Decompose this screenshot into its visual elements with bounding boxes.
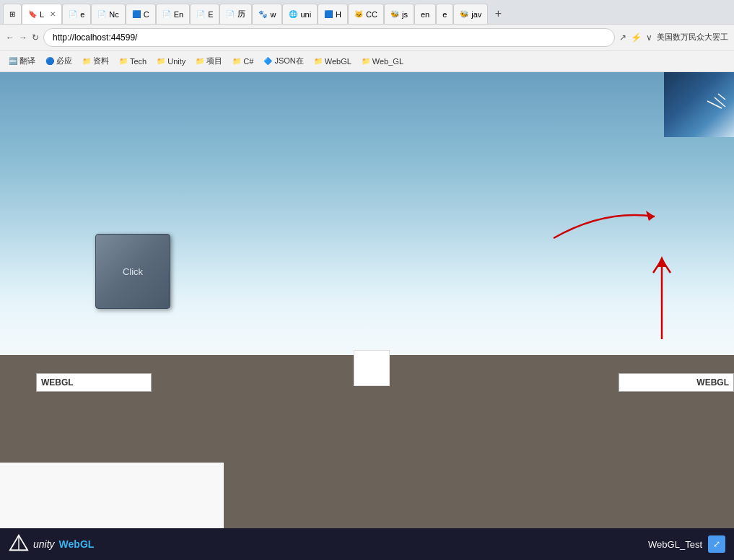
json-icon: 🔷: [263, 57, 272, 65]
bookmark-unity[interactable]: 📁 Unity: [152, 56, 190, 67]
tab-item-h[interactable]: 🟦 H: [318, 4, 348, 24]
webgl-label-right: WEBGL: [619, 373, 734, 392]
tab-item-hist[interactable]: 📄 历: [219, 4, 252, 24]
bookmark-translate-label: 翻译: [19, 56, 35, 66]
tab-c-label: C: [144, 10, 149, 19]
tab-active-icon: 🔖: [28, 10, 37, 18]
tab-hist-label: 历: [237, 9, 245, 19]
click-button-label: Click: [123, 266, 143, 277]
biying-icon: 🔵: [45, 57, 54, 65]
footer-bar: unity WebGL WebGL_Test ⤢: [0, 528, 734, 560]
tab-item-js[interactable]: 🐝 js: [384, 4, 414, 24]
tab-en-icon: 📄: [162, 10, 171, 18]
tab-item-en2[interactable]: en: [414, 4, 436, 24]
bookmark-unity-label: Unity: [167, 57, 185, 66]
unity-canvas[interactable]: Click: [0, 72, 734, 560]
nav-icons: ← → ↻: [6, 32, 39, 43]
tab-e-icon: 📄: [69, 10, 77, 18]
folder-ziliao-icon: 📁: [82, 57, 91, 65]
tab-item-uni[interactable]: 🌐 uni: [282, 4, 318, 24]
tab-item-grid[interactable]: ⊞: [3, 4, 22, 24]
tab-close-button[interactable]: ✕: [50, 10, 56, 18]
tab-item-w[interactable]: 🐾 w: [252, 4, 282, 24]
click-button[interactable]: Click: [95, 234, 170, 309]
tab-item-nc[interactable]: 📄 Nc: [91, 4, 125, 24]
tab-w-icon: 🐾: [258, 10, 267, 18]
tab-h-icon: 🟦: [324, 10, 333, 18]
bookmark-csharp[interactable]: 📁 C#: [228, 56, 258, 67]
tab-item-en[interactable]: 📄 En: [156, 4, 190, 24]
bookmark-ziliao[interactable]: 📁 资料: [78, 54, 113, 68]
forward-icon[interactable]: →: [19, 32, 27, 43]
bookmark-webgl2[interactable]: 📁 Web_GL: [357, 56, 408, 67]
refresh-icon[interactable]: ↻: [32, 32, 39, 43]
browser-frame: ⊞ 🔖 L ✕ 📄 e 📄 Nc 🟦 C 📄 En 📄 E 📄 历: [0, 0, 734, 560]
tab-h-label: H: [336, 10, 341, 19]
bookmark-tech-label: Tech: [130, 57, 147, 66]
folder-webgl2-icon: 📁: [362, 57, 370, 65]
tab-js-icon: 🐝: [390, 10, 399, 18]
tab-active-label: L: [40, 10, 44, 19]
bookmark-tech[interactable]: 📁 Tech: [115, 56, 151, 67]
tab-e-label: e: [80, 10, 84, 19]
unity-logo: unity WebGL: [9, 534, 94, 554]
folder-project-icon: 📁: [196, 57, 204, 65]
lightning-icon[interactable]: ⚡: [631, 32, 642, 43]
content-area: Click: [0, 72, 734, 560]
bookmark-biying-label: 必应: [56, 56, 72, 66]
bookmark-json[interactable]: 🔷 JSON在: [259, 54, 307, 68]
bookmark-ziliao-label: 资料: [93, 56, 109, 66]
webgl-label-left: WEBGL: [36, 373, 152, 392]
webgl-right-text: WEBGL: [696, 377, 729, 388]
tab-cc-label: CC: [366, 10, 377, 19]
tab-bar: ⊞ 🔖 L ✕ 📄 e 📄 Nc 🟦 C 📄 En 📄 E 📄 历: [0, 0, 734, 25]
unity-logo-icon: [9, 534, 29, 554]
tab-item-jav[interactable]: 🐝 jav: [453, 4, 488, 24]
bookmark-biying[interactable]: 🔵 必应: [41, 54, 77, 68]
tab-js-label: js: [402, 10, 408, 19]
preview-thumb-svg: [664, 72, 734, 137]
bookmark-project[interactable]: 📁 项目: [191, 54, 227, 68]
tab-trans-label: E: [208, 10, 213, 19]
tab-item-e[interactable]: 📄 e: [62, 4, 91, 24]
white-square-object: [354, 350, 390, 386]
tab-w-label: w: [270, 10, 276, 19]
tab-trans-icon: 📄: [196, 10, 205, 18]
back-icon[interactable]: ←: [6, 32, 14, 43]
share-icon[interactable]: ↗: [619, 32, 626, 43]
bookmark-webgl-label: WebGL: [325, 57, 351, 66]
bookmarks-bar: 🔤 翻译 🔵 必应 📁 资料 📁 Tech 📁 Unity 📁 项目 📁 C#: [0, 51, 734, 72]
tab-jav-label: jav: [471, 10, 481, 19]
tab-item-c[interactable]: 🟦 C: [126, 4, 156, 24]
bookmark-webgl2-label: Web_GL: [372, 57, 403, 66]
folder-tech-icon: 📁: [119, 57, 128, 65]
bookmark-webgl[interactable]: 📁 WebGL: [310, 56, 356, 67]
tab-item-e2[interactable]: e: [436, 4, 453, 24]
tab-new-button[interactable]: +: [488, 4, 508, 24]
tab-item-active[interactable]: 🔖 L ✕: [22, 4, 62, 24]
folder-unity-icon: 📁: [157, 57, 165, 65]
tab-grid-icon: ⊞: [9, 10, 15, 18]
tab-uni-icon: 🌐: [289, 10, 297, 18]
tab-jav-icon: 🐝: [460, 10, 468, 18]
address-input[interactable]: [43, 28, 615, 47]
tab-item-cc[interactable]: 🐱 CC: [348, 4, 384, 24]
address-bar: ← → ↻ ↗ ⚡ ∨ 美国数万民众大罢工: [0, 25, 734, 51]
unity-text-label: unity: [33, 538, 55, 550]
tab-c-icon: 🟦: [132, 10, 141, 18]
tab-hist-icon: 📄: [226, 10, 235, 18]
bookmark-translate[interactable]: 🔤 翻译: [4, 54, 40, 68]
chevron-down-icon[interactable]: ∨: [646, 32, 652, 43]
webgl-test-label: WebGL_Test: [648, 539, 702, 550]
tab-uni-label: uni: [300, 10, 311, 19]
tab-nc-label: Nc: [109, 10, 118, 19]
preview-thumbnail: [664, 72, 734, 137]
webgl-left-text: WEBGL: [41, 377, 74, 388]
addr-right-text: 美国数万民众大罢工: [657, 32, 728, 43]
webgl-footer-label: WebGL: [59, 538, 95, 550]
tab-nc-icon: 📄: [97, 10, 106, 18]
footer-right: WebGL_Test ⤢: [648, 535, 725, 553]
fullscreen-button[interactable]: ⤢: [708, 535, 725, 553]
addr-right-icons: ↗ ⚡ ∨: [619, 32, 652, 43]
tab-item-trans[interactable]: 📄 E: [190, 4, 219, 24]
